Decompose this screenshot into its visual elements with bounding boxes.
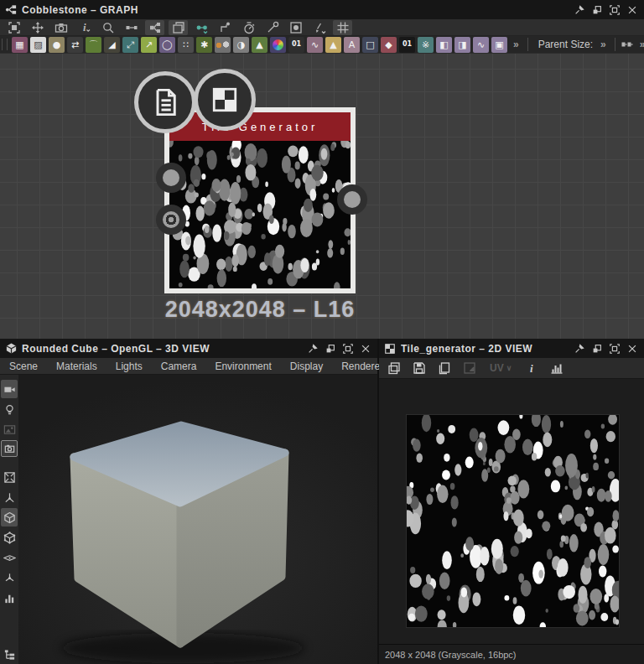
tool-graph-view[interactable]: [145, 20, 164, 35]
texture-preview[interactable]: [406, 414, 620, 628]
tool-cleanup-brush[interactable]: [309, 20, 329, 35]
gradient-map-icon: ◑: [237, 40, 246, 49]
node-bitmap[interactable]: ▦: [12, 37, 28, 53]
node-curve-smooth[interactable]: ∿: [473, 37, 489, 53]
view2d-tool-export-transform[interactable]: [460, 360, 480, 377]
tool-info-display[interactable]: i: [75, 20, 94, 35]
node-hsl[interactable]: [270, 37, 286, 53]
node-transformation-2d[interactable]: ⤢: [122, 37, 138, 53]
parent-size-overflow[interactable]: »: [597, 39, 610, 50]
view2d-tool-information[interactable]: i: [522, 360, 542, 377]
view2d-tool-copy-image[interactable]: [384, 360, 404, 377]
node-directional-blur[interactable]: ⇄: [67, 37, 83, 53]
tool-thumbnail-display[interactable]: [286, 20, 305, 35]
node-header[interactable]: Tile Generator: [169, 112, 351, 141]
view2d-tool-duplicate-image[interactable]: [434, 360, 454, 377]
tool-link-plugs[interactable]: [621, 37, 634, 52]
view2d-close-button[interactable]: [623, 341, 641, 356]
view2d-tool-histogram[interactable]: [547, 360, 567, 377]
view2d-tool-save-image[interactable]: [409, 360, 429, 377]
tool-marquee-select[interactable]: [4, 20, 23, 35]
menu-display[interactable]: Display: [281, 361, 332, 372]
tile-generator-node[interactable]: Tile Generator: [164, 107, 356, 293]
node-highpass[interactable]: ▲: [325, 37, 341, 53]
window-pin-button[interactable]: [570, 3, 588, 18]
node-splatter[interactable]: ∷: [178, 37, 194, 53]
view3d-viewport[interactable]: [0, 375, 377, 664]
document-badge-icon[interactable]: [134, 71, 196, 133]
tool-stacked-windows[interactable]: [169, 20, 188, 35]
node-crop[interactable]: □: [362, 37, 378, 53]
node-slope-blur[interactable]: ◢: [104, 37, 120, 53]
view3d-tool-axes-gizmo[interactable]: [1, 488, 18, 506]
view3d-tool-geometry-cube[interactable]: [1, 508, 18, 527]
node-blend[interactable]: [215, 37, 231, 53]
node-thumbnail[interactable]: [169, 141, 351, 288]
graph-canvas[interactable]: Tile Generator 2048x2048 – L16: [0, 54, 644, 339]
view3d-tool-ground-plane[interactable]: [1, 548, 18, 567]
window-maximize-button[interactable]: [605, 3, 623, 18]
view3d-tool-scene-camera[interactable]: [1, 380, 18, 398]
node-blur[interactable]: ●: [49, 37, 65, 53]
tool-screenshot-camera[interactable]: [51, 20, 70, 35]
tool-timer[interactable]: [239, 20, 258, 35]
view3d-tool-fit-view[interactable]: [1, 468, 18, 486]
tool-create-link[interactable]: [192, 20, 211, 35]
menu-camera[interactable]: Camera: [152, 361, 206, 372]
tool-connector-elbow[interactable]: [216, 20, 235, 35]
node-uniform-color[interactable]: ◧: [436, 37, 452, 53]
view3d-tool-environment-image[interactable]: [1, 420, 18, 438]
window-restore-button[interactable]: [588, 3, 605, 18]
window-close-button[interactable]: [623, 3, 641, 18]
toolbar-grip[interactable]: [7, 39, 8, 50]
checker-badge-icon[interactable]: [194, 69, 256, 131]
node-transform-node[interactable]: ▣: [491, 37, 507, 53]
node-svg-node[interactable]: ▨: [30, 37, 46, 53]
view3d-pin-button[interactable]: [304, 341, 321, 356]
view2d-restore-button[interactable]: [588, 341, 605, 356]
view3d-tool-scene-tree[interactable]: [1, 646, 18, 664]
tool-link-tool[interactable]: [122, 20, 141, 35]
node-curve[interactable]: ∿: [307, 37, 323, 53]
view2d-viewport[interactable]: [379, 379, 644, 644]
uv-dropdown[interactable]: UV∨: [485, 361, 517, 375]
node-gradient-linear[interactable]: ◨: [454, 37, 470, 53]
input-port-top[interactable]: [156, 163, 186, 193]
view2d-pin-button[interactable]: [570, 341, 588, 356]
menu-environment[interactable]: Environment: [205, 361, 280, 372]
input-port-bottom[interactable]: [156, 205, 186, 235]
tool-fit-1-1[interactable]: [28, 20, 47, 35]
node-quantize[interactable]: 01: [399, 37, 415, 53]
node-grunge-map[interactable]: ✱: [196, 37, 212, 53]
view2d-title: Tile_generator – 2D VIEW: [401, 343, 532, 355]
node-directional-warp[interactable]: ↗: [141, 37, 157, 53]
menu-materials[interactable]: Materials: [47, 361, 106, 372]
node-gradient-map[interactable]: ◑: [233, 37, 249, 53]
view3d-tool-camera-frame[interactable]: [1, 440, 18, 457]
tool-search-zoom[interactable]: [98, 20, 117, 35]
node-grayscale-conversion[interactable]: 01: [288, 37, 304, 53]
output-port[interactable]: [337, 184, 367, 215]
toolbar-grip[interactable]: [2, 39, 3, 50]
tool-grid-snap[interactable]: [333, 20, 352, 35]
view3d-tool-turntable-fan[interactable]: [1, 568, 18, 587]
view3d-restore-button[interactable]: [321, 341, 339, 356]
view3d-maximize-button[interactable]: [339, 341, 356, 356]
view3d-close-button[interactable]: [356, 341, 374, 356]
tool-tools-wrench[interactable]: [262, 20, 282, 35]
node-shape[interactable]: ◯: [159, 37, 175, 53]
menu-scene[interactable]: Scene: [0, 361, 47, 372]
node-levels[interactable]: ⌒: [86, 37, 101, 53]
view3d-tool-light-bulb[interactable]: [1, 400, 18, 418]
view2d-maximize-button[interactable]: [605, 341, 623, 356]
node-toolbar-overflow[interactable]: »: [510, 39, 522, 50]
link-toolbar-overflow[interactable]: »: [636, 39, 644, 50]
view3d-tool-wireframe-cube[interactable]: [1, 528, 18, 547]
menu-lights[interactable]: Lights: [106, 361, 152, 372]
node-bnw-spots[interactable]: ※: [418, 37, 434, 53]
view3d-tool-stats-bars[interactable]: [1, 589, 18, 607]
node-histogram-scan[interactable]: ▲: [252, 37, 267, 53]
node-text[interactable]: A: [344, 37, 360, 53]
view3d-window-controls: [304, 341, 374, 356]
node-flood-fill[interactable]: ◆: [381, 37, 397, 53]
